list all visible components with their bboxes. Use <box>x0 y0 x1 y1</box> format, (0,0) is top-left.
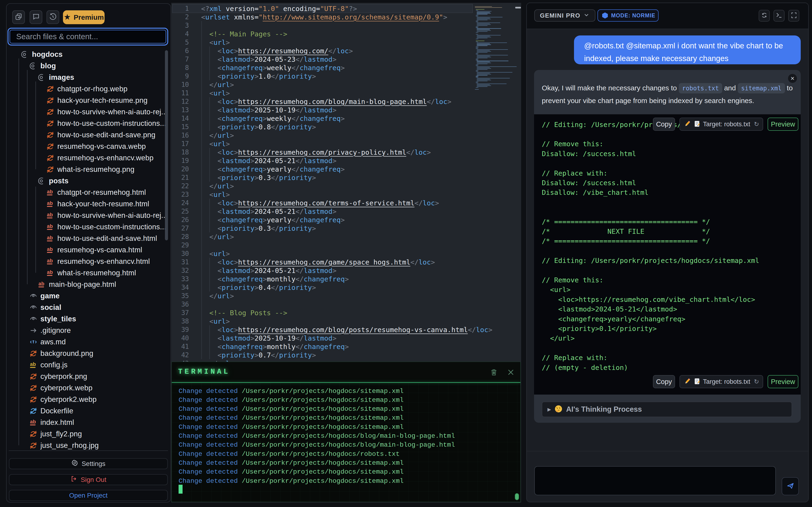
mode-label: MODE: NORMIE <box>611 12 655 19</box>
tree-folder-hogdocs[interactable]: hogdocs <box>21 49 63 60</box>
preview-button[interactable]: Preview <box>768 375 798 388</box>
tree-item-label: hack-your-tech-resume.png <box>57 96 148 105</box>
tree-file-how-to-use-edit-and-save.html[interactable]: abhow-to-use-edit-and-save.html <box>46 233 157 244</box>
reload-icon[interactable]: ↻ <box>754 378 759 385</box>
file-tree: hogdocsblogimageschatgpt-or-rhog.webphac… <box>7 49 170 452</box>
tree-file-Dockerfile[interactable]: Dockerfile <box>30 405 73 416</box>
ab-icon: ab <box>46 200 54 208</box>
tree-file-how-to-use-edit-and-save.png[interactable]: how-to-use-edit-and-save.png <box>46 129 155 140</box>
premium-button[interactable]: ★ Premium <box>63 10 105 24</box>
minimap-line <box>477 50 490 51</box>
target-file-chip[interactable]: Target: robots.txt ↻ <box>679 375 763 388</box>
trash-icon[interactable] <box>490 368 498 377</box>
tree-item-label: index.html <box>40 418 74 427</box>
sync-blue-icon <box>30 407 37 415</box>
copy-button[interactable]: Copy <box>653 375 675 388</box>
tree-file-cyberpork.png[interactable]: cyberpork.png <box>30 371 87 382</box>
retry-icon <box>761 12 768 20</box>
sidebar-scrollbar[interactable] <box>165 50 168 240</box>
tree-file-aws.md[interactable]: aws.md <box>30 336 66 348</box>
code-actions-top: Copy Target: robots.txt ↻ Preview <box>653 118 798 131</box>
tree-file-background.png[interactable]: background.png <box>30 348 93 359</box>
tree-file-how-to-use-custom-instructions....[interactable]: abhow-to-use-custom-instructions.... <box>46 221 168 233</box>
tree-file-config.js[interactable]: abconfig.js <box>30 359 68 371</box>
send-button[interactable] <box>782 477 799 495</box>
settings-label: Settings <box>82 460 105 467</box>
retry-button[interactable] <box>759 10 770 21</box>
tree-folder-images[interactable]: images <box>38 72 74 83</box>
tree-file-.gitignore[interactable]: .gitignore <box>30 325 71 336</box>
tree-folder-game[interactable]: game <box>30 290 60 301</box>
close-icon: ✕ <box>791 75 795 81</box>
tree-item-label: background.png <box>40 349 93 358</box>
preview-button[interactable]: Preview <box>768 118 798 131</box>
open-project-label: Open Project <box>69 492 107 499</box>
minimap-line <box>476 34 478 35</box>
reload-icon[interactable]: ↻ <box>754 121 759 128</box>
tree-file-hack-your-tech-resume.html[interactable]: abhack-your-tech-resume.html <box>46 198 149 210</box>
close-icon[interactable] <box>506 368 515 377</box>
editor-scrollbar[interactable] <box>515 7 521 8</box>
diff-code-line: /* =================================== *… <box>542 217 710 227</box>
tree-file-what-is-resumehog.png[interactable]: what-is-resumehog.png <box>46 164 135 175</box>
tree-file-resumehog-vs-canva.webp[interactable]: resumehog-vs-canva.webp <box>46 140 146 152</box>
tree-file-just_use_rhog.jpg[interactable]: just_use_rhog.jpg <box>30 440 99 451</box>
tree-file-just_fly2.png[interactable]: just_fly2.png <box>30 428 82 440</box>
fullscreen-button[interactable] <box>788 10 799 21</box>
tree-folder-posts[interactable]: posts <box>38 175 68 186</box>
tree-file-index.html[interactable]: abindex.html <box>30 416 74 428</box>
minimap-line <box>477 17 503 17</box>
line-number: 10 <box>171 81 189 89</box>
tree-file-main-blog-page.html[interactable]: abmain-blog-page.html <box>38 279 116 290</box>
sign-out-button[interactable]: Sign Out <box>9 474 168 485</box>
svg-text:ab: ab <box>30 361 36 367</box>
img-icon <box>30 349 37 357</box>
tree-file-resumehog-vs-enhancv.webp[interactable]: resumehog-vs-enhancv.webp <box>46 152 153 164</box>
minimap-line <box>477 79 490 79</box>
model-label: GEMINI PRO <box>540 12 580 19</box>
minimap[interactable] <box>475 6 515 147</box>
mode-button[interactable]: MODE: NORMIE <box>598 9 659 21</box>
tree-file-cyberpork.webp[interactable]: cyberpork.webp <box>30 382 93 394</box>
minimap-line <box>477 69 488 70</box>
tree-file-how-to-survive-when-ai-auto-rej...[interactable]: abhow-to-survive-when-ai-auto-rej... <box>46 210 167 221</box>
open-project-button[interactable]: Open Project <box>9 490 168 501</box>
tree-file-chatgpt-or-resumehog.html[interactable]: abchatgpt-or-resumehog.html <box>46 186 146 198</box>
copy-button[interactable]: Copy <box>653 118 675 131</box>
code-line-32: 32 <lastmod>2024-05-21</lastmod> <box>171 266 337 275</box>
code-actions-bottom: Copy Target: robots.txt ↻ Preview <box>653 375 798 388</box>
tree-folder-social[interactable]: social <box>30 301 61 313</box>
terminal-scrollbar[interactable] <box>515 493 519 500</box>
chat-button[interactable] <box>30 10 42 24</box>
tree-item-label: what-is-resumehog.png <box>57 165 135 174</box>
duplicate-button[interactable] <box>12 10 25 24</box>
history-button[interactable] <box>47 10 59 24</box>
code-line-3: 3 <box>171 21 201 30</box>
thinking-process-toggle[interactable]: ▶ AI's Thinking Process <box>542 402 792 417</box>
tree-item-label: style_tiles <box>40 315 76 323</box>
target-file-chip[interactable]: Target: robots.txt ↻ <box>679 118 763 131</box>
line-number: 3 <box>171 21 189 30</box>
terminal-toggle-button[interactable] <box>773 10 784 21</box>
tree-file-how-to-use-custom-instructions....[interactable]: how-to-use-custom-instructions.... <box>46 118 168 129</box>
tree-folder-style_tiles[interactable]: style_tiles <box>30 313 76 325</box>
diff-code-line: /* NEXT FILE */ <box>542 227 710 236</box>
search-input[interactable] <box>10 30 166 44</box>
tree-file-chatgpt-or-rhog.webp[interactable]: chatgpt-or-rhog.webp <box>46 83 128 95</box>
tree-file-hack-your-tech-resume.png[interactable]: hack-your-tech-resume.png <box>46 95 148 106</box>
code-line-42: 42 <priority>0.7</priority> <box>171 351 316 359</box>
thinking-face-icon <box>554 405 563 414</box>
tree-file-what-is-resumehog.html[interactable]: abwhat-is-resumehog.html <box>46 267 136 279</box>
tree-file-cyberpork2.webp[interactable]: cyberpork2.webp <box>30 394 97 405</box>
settings-button[interactable]: Settings <box>9 458 168 469</box>
model-select[interactable]: GEMINI PRO <box>534 9 595 21</box>
code-line-41: 41 <changefreq>monthly</changefreq> <box>171 342 349 351</box>
tree-file-resumehog-vs-canva.html[interactable]: abresumehog-vs-canva.html <box>46 244 142 256</box>
code-editor[interactable]: 1<?xml version="1.0" encoding="UTF-8"?>2… <box>171 3 521 503</box>
chat-input[interactable] <box>534 466 776 495</box>
tree-folder-blog[interactable]: blog <box>30 60 56 72</box>
tree-file-resumehog-vs-enhancv.html[interactable]: abresumehog-vs-enhancv.html <box>46 256 150 267</box>
minimap-line <box>477 56 490 56</box>
tree-file-how-to-survive-when-ai-auto-rej...[interactable]: how-to-survive-when-ai-auto-rej... <box>46 106 167 118</box>
folder-eye-icon <box>30 292 37 300</box>
